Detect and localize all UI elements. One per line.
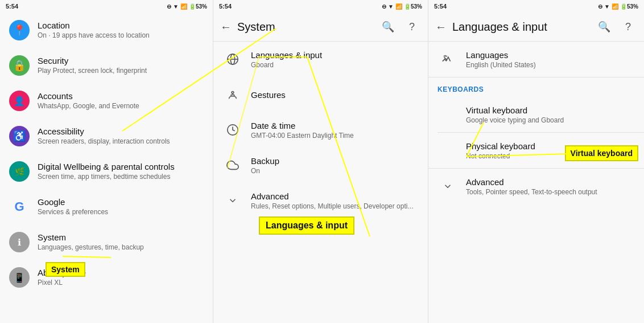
list-item-advanced-panel3[interactable]: Advanced Tools, Pointer speed, Text-to-s… <box>428 169 644 204</box>
status-bar-panel1: 5:54 ⊖▼📶🔋53% <box>0 0 213 13</box>
time-panel3: 5:54 <box>434 3 447 10</box>
keyboards-section-header: KEYBOARDS <box>428 77 644 97</box>
security-title: Security <box>38 55 204 67</box>
status-bar-panel3: 5:54 ⊖▼📶🔋53% <box>428 0 644 13</box>
sidebar-item-about[interactable]: 📱 About phone Pixel XL <box>0 260 213 295</box>
virtual-keyboard-subtitle: Google voice typing and Gboard <box>466 116 635 124</box>
advanced-title-panel2: Advanced <box>251 191 419 201</box>
accounts-subtitle: WhatsApp, Google, and Evernote <box>38 102 204 111</box>
list-item-gestures[interactable]: Gestures <box>213 77 428 112</box>
sidebar-item-google[interactable]: G Google Services & preferences <box>0 189 213 224</box>
location-subtitle: On · 19 apps have access to location <box>38 31 204 40</box>
advanced-title-panel3: Advanced <box>466 177 635 187</box>
help-button-panel2[interactable]: ? <box>403 18 421 36</box>
list-item-advanced-panel2[interactable]: Advanced Rules, Reset options, Multiple … <box>213 183 428 218</box>
wellbeing-icon: 🌿 <box>9 161 30 182</box>
list-item-virtual-keyboard[interactable]: Virtual keyboard Google voice typing and… <box>428 97 644 132</box>
cloud-icon <box>222 155 243 175</box>
list-item-datetime[interactable]: Date & time GMT-04:00 Eastern Daylight T… <box>213 112 428 148</box>
accounts-title: Accounts <box>38 91 204 102</box>
gestures-title: Gestures <box>251 90 419 100</box>
sidebar-item-accessibility[interactable]: ♿ Accessibility Screen readers, display,… <box>0 118 213 154</box>
backup-title: Backup <box>251 156 419 166</box>
globe-icon <box>222 49 243 69</box>
search-button-panel3[interactable]: 🔍 <box>595 18 613 36</box>
virtual-keyboard-title: Virtual keyboard <box>466 105 635 115</box>
accessibility-subtitle: Screen readers, display, interaction con… <box>38 137 204 146</box>
system-subtitle: Languages, gestures, time, backup <box>38 243 204 252</box>
settings-list-panel2: Languages & input Gboard Gestures <box>213 42 428 323</box>
advanced-subtitle-panel3: Tools, Pointer speed, Text-to-speech out… <box>466 188 635 196</box>
translate-icon <box>437 49 458 69</box>
status-icons-panel3: ⊖▼📶🔋53% <box>598 3 638 10</box>
time-panel2: 5:54 <box>219 3 232 10</box>
chevron-down-icon-panel3 <box>437 176 458 197</box>
clock-icon <box>222 120 243 140</box>
languages-subtitle: English (United States) <box>466 61 635 69</box>
accessibility-icon: ♿ <box>9 126 30 146</box>
accessibility-title: Accessibility <box>38 126 204 137</box>
google-title: Google <box>38 197 204 208</box>
location-icon: 📍 <box>9 20 30 40</box>
search-button-panel2[interactable]: 🔍 <box>379 18 397 36</box>
back-button-panel3[interactable]: ← <box>435 21 447 34</box>
list-item-languages[interactable]: Languages English (United States) <box>428 42 644 77</box>
sidebar-item-location[interactable]: 📍 Location On · 19 apps have access to l… <box>0 13 213 48</box>
svg-point-3 <box>232 92 234 94</box>
accounts-icon: 👤 <box>9 91 30 111</box>
system-icon: ℹ <box>9 232 30 252</box>
top-bar-panel3: ← Languages & input 🔍 ? <box>428 13 644 41</box>
lang-input-subtitle: Gboard <box>251 61 419 69</box>
about-subtitle: Pixel XL <box>38 279 204 288</box>
status-icons-panel2: ⊖▼📶🔋53% <box>382 3 422 10</box>
security-subtitle: Play Protect, screen lock, fingerprint <box>38 67 204 76</box>
back-button-panel2[interactable]: ← <box>220 21 232 34</box>
gesture-icon <box>222 84 243 105</box>
system-annotation: System <box>46 262 85 277</box>
datetime-subtitle: GMT-04:00 Eastern Daylight Time <box>251 132 419 140</box>
sidebar-item-accounts[interactable]: 👤 Accounts WhatsApp, Google, and Evernot… <box>0 83 213 118</box>
about-icon: 📱 <box>9 267 30 288</box>
datetime-title: Date & time <box>251 121 419 130</box>
backup-subtitle: On <box>251 167 419 175</box>
status-icons-panel1: ⊖▼📶🔋53% <box>167 3 207 10</box>
status-bar-panel2: 5:54 ⊖▼📶🔋53% <box>213 0 428 13</box>
panel3-title: Languages & input <box>452 21 589 34</box>
languages-title: Languages <box>466 50 635 60</box>
sidebar-item-security[interactable]: 🔒 Security Play Protect, screen lock, fi… <box>0 48 213 83</box>
time-panel1: 5:54 <box>6 3 18 10</box>
wellbeing-title: Digital Wellbeing & parental controls <box>38 161 204 173</box>
help-button-panel3[interactable]: ? <box>619 18 637 36</box>
system-title: System <box>38 232 204 243</box>
security-icon: 🔒 <box>9 55 30 76</box>
top-bar-panel2: ← System 🔍 ? <box>213 13 428 41</box>
google-subtitle: Services & preferences <box>38 208 204 217</box>
lang-input-annotation: Languages & input <box>259 216 354 235</box>
settings-list-panel1: 📍 Location On · 19 apps have access to l… <box>0 13 213 323</box>
panel2-title: System <box>237 21 373 34</box>
list-item-backup[interactable]: Backup On <box>213 148 428 183</box>
virtual-keyboard-annotation: Virtual keyboard <box>565 145 638 161</box>
list-item-lang-input[interactable]: Languages & input Gboard <box>213 42 428 77</box>
chevron-down-icon-panel2 <box>222 190 243 211</box>
location-title: Location <box>38 20 204 31</box>
google-icon: G <box>9 197 30 217</box>
lang-input-title: Languages & input <box>251 50 419 60</box>
wellbeing-subtitle: Screen time, app timers, bedtime schedul… <box>38 173 204 182</box>
advanced-subtitle-panel2: Rules, Reset options, Multiple users, De… <box>251 202 419 210</box>
sidebar-item-system[interactable]: ℹ System Languages, gestures, time, back… <box>0 224 213 260</box>
sidebar-item-wellbeing[interactable]: 🌿 Digital Wellbeing & parental controls … <box>0 154 213 189</box>
